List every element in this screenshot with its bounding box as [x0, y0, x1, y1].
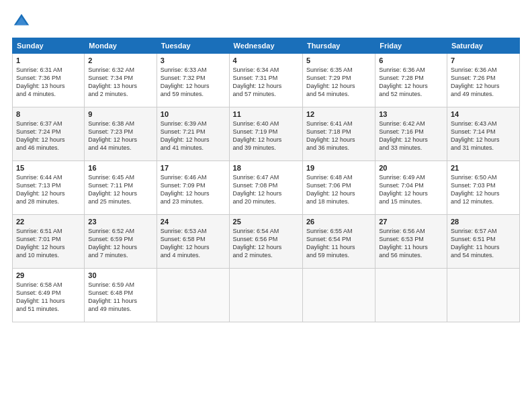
calendar-cell: [157, 269, 229, 322]
calendar-cell: 6Sunrise: 6:36 AM Sunset: 7:28 PM Daylig…: [375, 54, 447, 107]
day-info: Sunrise: 6:34 AM Sunset: 7:31 PM Dayligh…: [233, 66, 299, 99]
day-number: 6: [379, 56, 443, 64]
day-info: Sunrise: 6:33 AM Sunset: 7:32 PM Dayligh…: [161, 66, 226, 99]
day-info: Sunrise: 6:58 AM Sunset: 6:49 PM Dayligh…: [16, 281, 81, 314]
calendar-week-row: 8Sunrise: 6:37 AM Sunset: 7:24 PM Daylig…: [13, 107, 520, 161]
day-number: 25: [233, 218, 299, 226]
day-number: 10: [161, 110, 226, 118]
calendar-cell: 18Sunrise: 6:47 AM Sunset: 7:08 PM Dayli…: [229, 161, 302, 215]
day-info: Sunrise: 6:36 AM Sunset: 7:26 PM Dayligh…: [451, 66, 516, 99]
day-info: Sunrise: 6:38 AM Sunset: 7:23 PM Dayligh…: [88, 120, 153, 152]
day-info: Sunrise: 6:36 AM Sunset: 7:28 PM Dayligh…: [379, 66, 443, 99]
day-number: 3: [161, 56, 226, 64]
day-info: Sunrise: 6:49 AM Sunset: 7:04 PM Dayligh…: [379, 173, 443, 206]
day-info: Sunrise: 6:52 AM Sunset: 6:59 PM Dayligh…: [88, 227, 153, 260]
calendar-header-row: SundayMondayTuesdayWednesdayThursdayFrid…: [13, 38, 520, 54]
calendar-cell: 5Sunrise: 6:35 AM Sunset: 7:29 PM Daylig…: [302, 54, 375, 107]
calendar-cell: 22Sunrise: 6:51 AM Sunset: 7:01 PM Dayli…: [13, 215, 85, 269]
day-number: 4: [233, 56, 299, 64]
calendar-cell: 13Sunrise: 6:42 AM Sunset: 7:16 PM Dayli…: [375, 107, 447, 161]
calendar-cell: 4Sunrise: 6:34 AM Sunset: 7:31 PM Daylig…: [229, 54, 302, 107]
day-number: 27: [379, 218, 443, 226]
page: SundayMondayTuesdayWednesdayThursdayFrid…: [0, 0, 532, 411]
day-number: 29: [16, 271, 81, 279]
calendar-table: SundayMondayTuesdayWednesdayThursdayFrid…: [12, 38, 520, 322]
day-info: Sunrise: 6:56 AM Sunset: 6:53 PM Dayligh…: [379, 227, 443, 260]
day-number: 11: [233, 110, 299, 118]
calendar-day-header: Wednesday: [229, 38, 302, 54]
day-number: 18: [233, 164, 299, 172]
day-number: 15: [16, 164, 81, 172]
calendar-cell: 26Sunrise: 6:55 AM Sunset: 6:54 PM Dayli…: [302, 215, 375, 269]
day-number: 8: [16, 110, 81, 118]
day-info: Sunrise: 6:44 AM Sunset: 7:13 PM Dayligh…: [16, 173, 81, 206]
calendar-cell: 8Sunrise: 6:37 AM Sunset: 7:24 PM Daylig…: [13, 107, 85, 161]
day-number: 12: [306, 110, 371, 118]
day-info: Sunrise: 6:46 AM Sunset: 7:09 PM Dayligh…: [161, 173, 226, 206]
calendar-cell: [375, 269, 447, 322]
day-number: 28: [451, 218, 516, 226]
day-info: Sunrise: 6:51 AM Sunset: 7:01 PM Dayligh…: [16, 227, 81, 260]
calendar-cell: 14Sunrise: 6:43 AM Sunset: 7:14 PM Dayli…: [447, 107, 519, 161]
day-info: Sunrise: 6:37 AM Sunset: 7:24 PM Dayligh…: [16, 120, 81, 152]
day-number: 22: [16, 218, 81, 226]
day-number: 23: [88, 218, 153, 226]
day-number: 26: [306, 218, 371, 226]
day-number: 14: [451, 110, 516, 118]
day-info: Sunrise: 6:39 AM Sunset: 7:21 PM Dayligh…: [161, 120, 226, 152]
calendar-day-header: Tuesday: [157, 38, 229, 54]
day-number: 5: [306, 56, 371, 64]
day-info: Sunrise: 6:45 AM Sunset: 7:11 PM Dayligh…: [88, 173, 153, 206]
calendar-cell: 20Sunrise: 6:49 AM Sunset: 7:04 PM Dayli…: [375, 161, 447, 215]
day-number: 19: [306, 164, 371, 172]
calendar-cell: 25Sunrise: 6:54 AM Sunset: 6:56 PM Dayli…: [229, 215, 302, 269]
calendar-cell: 29Sunrise: 6:58 AM Sunset: 6:49 PM Dayli…: [13, 269, 85, 322]
calendar-day-header: Saturday: [447, 38, 519, 54]
day-info: Sunrise: 6:55 AM Sunset: 6:54 PM Dayligh…: [306, 227, 371, 260]
calendar-cell: 15Sunrise: 6:44 AM Sunset: 7:13 PM Dayli…: [13, 161, 85, 215]
day-number: 13: [379, 110, 443, 118]
day-info: Sunrise: 6:47 AM Sunset: 7:08 PM Dayligh…: [233, 173, 299, 206]
calendar-week-row: 15Sunrise: 6:44 AM Sunset: 7:13 PM Dayli…: [13, 161, 520, 215]
logo: [12, 12, 34, 31]
calendar-cell: [229, 269, 302, 322]
calendar-cell: 27Sunrise: 6:56 AM Sunset: 6:53 PM Dayli…: [375, 215, 447, 269]
calendar-cell: 9Sunrise: 6:38 AM Sunset: 7:23 PM Daylig…: [85, 107, 157, 161]
calendar-day-header: Sunday: [13, 38, 85, 54]
calendar-day-header: Monday: [85, 38, 157, 54]
day-info: Sunrise: 6:43 AM Sunset: 7:14 PM Dayligh…: [451, 120, 516, 152]
calendar-cell: [302, 269, 375, 322]
day-number: 24: [161, 218, 226, 226]
day-info: Sunrise: 6:35 AM Sunset: 7:29 PM Dayligh…: [306, 66, 371, 99]
day-info: Sunrise: 6:50 AM Sunset: 7:03 PM Dayligh…: [451, 173, 516, 206]
day-info: Sunrise: 6:59 AM Sunset: 6:48 PM Dayligh…: [88, 281, 153, 314]
calendar-cell: [447, 269, 519, 322]
calendar-week-row: 1Sunrise: 6:31 AM Sunset: 7:36 PM Daylig…: [13, 54, 520, 107]
calendar-cell: 2Sunrise: 6:32 AM Sunset: 7:34 PM Daylig…: [85, 54, 157, 107]
day-info: Sunrise: 6:48 AM Sunset: 7:06 PM Dayligh…: [306, 173, 371, 206]
day-number: 17: [161, 164, 226, 172]
day-number: 30: [88, 271, 153, 279]
day-info: Sunrise: 6:32 AM Sunset: 7:34 PM Dayligh…: [88, 66, 153, 99]
calendar-cell: 7Sunrise: 6:36 AM Sunset: 7:26 PM Daylig…: [447, 54, 519, 107]
calendar-cell: 10Sunrise: 6:39 AM Sunset: 7:21 PM Dayli…: [157, 107, 229, 161]
day-number: 21: [451, 164, 516, 172]
calendar-cell: 24Sunrise: 6:53 AM Sunset: 6:58 PM Dayli…: [157, 215, 229, 269]
calendar-cell: 12Sunrise: 6:41 AM Sunset: 7:18 PM Dayli…: [302, 107, 375, 161]
day-number: 20: [379, 164, 443, 172]
day-number: 2: [88, 56, 153, 64]
day-number: 16: [88, 164, 153, 172]
day-info: Sunrise: 6:42 AM Sunset: 7:16 PM Dayligh…: [379, 120, 443, 152]
calendar-week-row: 22Sunrise: 6:51 AM Sunset: 7:01 PM Dayli…: [13, 215, 520, 269]
calendar-day-header: Thursday: [302, 38, 375, 54]
logo-icon: [12, 12, 31, 31]
calendar-cell: 21Sunrise: 6:50 AM Sunset: 7:03 PM Dayli…: [447, 161, 519, 215]
calendar-cell: 19Sunrise: 6:48 AM Sunset: 7:06 PM Dayli…: [302, 161, 375, 215]
calendar-cell: 23Sunrise: 6:52 AM Sunset: 6:59 PM Dayli…: [85, 215, 157, 269]
day-info: Sunrise: 6:57 AM Sunset: 6:51 PM Dayligh…: [451, 227, 516, 260]
day-info: Sunrise: 6:40 AM Sunset: 7:19 PM Dayligh…: [233, 120, 299, 152]
calendar-cell: 17Sunrise: 6:46 AM Sunset: 7:09 PM Dayli…: [157, 161, 229, 215]
day-info: Sunrise: 6:54 AM Sunset: 6:56 PM Dayligh…: [233, 227, 299, 260]
calendar-week-row: 29Sunrise: 6:58 AM Sunset: 6:49 PM Dayli…: [13, 269, 520, 322]
calendar-cell: 30Sunrise: 6:59 AM Sunset: 6:48 PM Dayli…: [85, 269, 157, 322]
